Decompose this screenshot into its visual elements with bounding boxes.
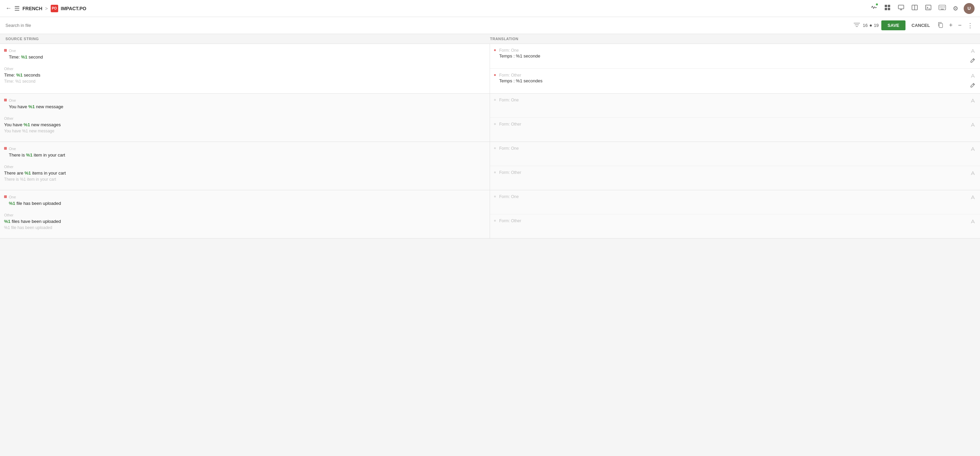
spellcheck-btn-2-0[interactable]: [970, 98, 976, 105]
source-text-2-0: You have %1 new message: [9, 103, 484, 110]
trans-content-2-0: Form: One: [499, 98, 967, 103]
settings-button[interactable]: ⚙: [951, 3, 959, 14]
trans-content-4-1: Form: Other: [499, 218, 967, 224]
translation-col-1: Form: OneTemps : %1 secondeForm: OtherTe…: [490, 44, 980, 93]
trans-marker-2-1: [494, 123, 496, 125]
activity-button[interactable]: [869, 3, 878, 14]
source-col-2: OneYou have %1 new messageOtherYou have …: [0, 94, 490, 141]
keyboard-button[interactable]: [937, 3, 947, 13]
spellcheck-btn-2-1[interactable]: [970, 122, 976, 129]
trans-marker-3-1: [494, 172, 496, 173]
translation-column-header: TRANSLATION: [490, 37, 975, 41]
source-form-block-1-0: OneTime: %1 second: [4, 49, 484, 64]
filter-button[interactable]: [851, 21, 862, 30]
topbar-left: ← ☰ FRENCH > PO IMPACT.PO: [5, 5, 866, 12]
breadcrumb-file: IMPACT.PO: [61, 6, 86, 11]
trans-form-label-1-0: Form: One: [499, 48, 967, 53]
trans-marker-3-0: [494, 147, 496, 149]
svg-rect-9: [926, 5, 931, 10]
toolbar: 16 19 SAVE CANCEL + − ⋮: [0, 17, 980, 34]
source-form-block-2-1: OtherYou have %1 new messagesYou have %1…: [4, 114, 484, 137]
trans-form-section-1-1: Form: OtherTemps : %1 secondes: [490, 68, 980, 93]
trans-content-4-0: Form: One: [499, 194, 967, 200]
source-form-block-1-1: OtherTime: %1 secondsTime: %1 second: [4, 64, 484, 87]
translation-row-1: OneTime: %1 secondOtherTime: %1 secondsT…: [0, 44, 980, 94]
trans-marker-4-0: [494, 195, 496, 197]
spellcheck-btn-1-1[interactable]: [970, 73, 976, 80]
source-form-label-3-0: One: [9, 147, 16, 151]
edit-btn-1-1[interactable]: [970, 82, 976, 89]
avatar[interactable]: U: [964, 3, 975, 14]
row-indicator-1: [4, 49, 7, 52]
translation-col-4: Form: OneForm: Other: [490, 190, 980, 238]
cancel-button[interactable]: CANCEL: [908, 21, 933, 30]
source-context-4-1: %1 file has been uploaded: [4, 225, 484, 230]
trans-content-1-0: Form: OneTemps : %1 seconde: [499, 48, 967, 59]
topbar: ← ☰ FRENCH > PO IMPACT.PO: [0, 0, 980, 17]
copy-button[interactable]: [936, 21, 945, 31]
save-button[interactable]: SAVE: [881, 21, 905, 30]
more-button[interactable]: ⋮: [966, 21, 975, 31]
trans-form-label-3-0: Form: One: [499, 146, 967, 151]
column-headers: SOURCE STRING TRANSLATION: [0, 34, 980, 44]
count-total: 19: [874, 23, 878, 28]
source-col-3: OneThere is %1 item in your cartOtherThe…: [0, 142, 490, 190]
source-form-block-2-0: OneYou have %1 new message: [4, 99, 484, 114]
spellcheck-btn-3-0[interactable]: [970, 146, 976, 153]
trans-actions-1-0: [967, 48, 976, 64]
source-col-1: OneTime: %1 secondOtherTime: %1 secondsT…: [0, 44, 490, 93]
split-view-button[interactable]: [910, 3, 920, 14]
trans-actions-1-1: [967, 73, 976, 89]
translation-row-2: OneYou have %1 new messageOtherYou have …: [0, 94, 980, 142]
trans-actions-4-1: [967, 218, 976, 226]
translation-row-4: One%1 file has been uploadedOther%1 file…: [0, 190, 980, 238]
trans-marker-1-1: [494, 74, 496, 76]
row-indicator-3: [4, 147, 7, 150]
translation-col-2: Form: OneForm: Other: [490, 94, 980, 141]
table-view-button[interactable]: [883, 3, 892, 14]
search-input[interactable]: [5, 23, 851, 28]
translation-col-3: Form: OneForm: Other: [490, 142, 980, 190]
source-text-3-0: There is %1 item in your cart: [9, 152, 484, 159]
trans-actions-2-1: [967, 122, 976, 129]
row-indicator-4: [4, 195, 7, 198]
source-col-4: One%1 file has been uploadedOther%1 file…: [0, 190, 490, 238]
count-current: 16: [862, 23, 867, 28]
spellcheck-btn-4-1[interactable]: [970, 218, 976, 226]
spellcheck-btn-1-0[interactable]: [970, 48, 976, 55]
row-indicator-2: [4, 99, 7, 102]
file-type-icon: PO: [51, 5, 58, 12]
translation-row-3: OneThere is %1 item in your cartOtherThe…: [0, 142, 980, 190]
trans-form-section-4-0: Form: One: [490, 190, 980, 214]
monitor-button[interactable]: [896, 3, 906, 14]
source-text-2-1: You have %1 new messages: [4, 121, 484, 128]
trans-form-label-1-1: Form: Other: [499, 73, 967, 78]
trans-actions-4-0: [967, 194, 976, 202]
source-form-label-4-0: One: [9, 195, 16, 199]
trans-content-2-1: Form: Other: [499, 122, 967, 127]
hamburger-button[interactable]: ☰: [14, 5, 20, 12]
spellcheck-btn-3-1[interactable]: [970, 170, 976, 177]
source-form-label-2-0: One: [9, 99, 16, 102]
add-button[interactable]: +: [948, 21, 954, 30]
spellcheck-btn-4-0[interactable]: [970, 194, 976, 202]
minus-button[interactable]: −: [956, 21, 963, 30]
source-form-block-4-0: One%1 file has been uploaded: [4, 195, 484, 210]
trans-marker-1-0: [494, 49, 496, 51]
trans-form-section-3-1: Form: Other: [490, 166, 980, 190]
trans-form-text-1-0: Temps : %1 seconde: [499, 53, 967, 59]
trans-form-label-2-1: Form: Other: [499, 122, 967, 127]
trans-marker-4-1: [494, 220, 496, 221]
edit-btn-1-0[interactable]: [970, 57, 976, 64]
source-form-label-1-0: One: [9, 49, 16, 53]
back-button[interactable]: ←: [5, 5, 11, 12]
source-form-block-3-1: OtherThere are %1 items in your cartTher…: [4, 162, 484, 186]
terminal-button[interactable]: [924, 3, 933, 14]
trans-form-section-1-0: Form: OneTemps : %1 seconde: [490, 44, 980, 68]
source-text-1-1: Time: %1 seconds: [4, 72, 484, 79]
trans-content-3-1: Form: Other: [499, 170, 967, 176]
trans-actions-3-0: [967, 146, 976, 153]
trans-form-label-4-1: Form: Other: [499, 218, 967, 223]
topbar-right: ⚙ U: [869, 3, 975, 14]
trans-form-label-2-0: Form: One: [499, 98, 967, 102]
